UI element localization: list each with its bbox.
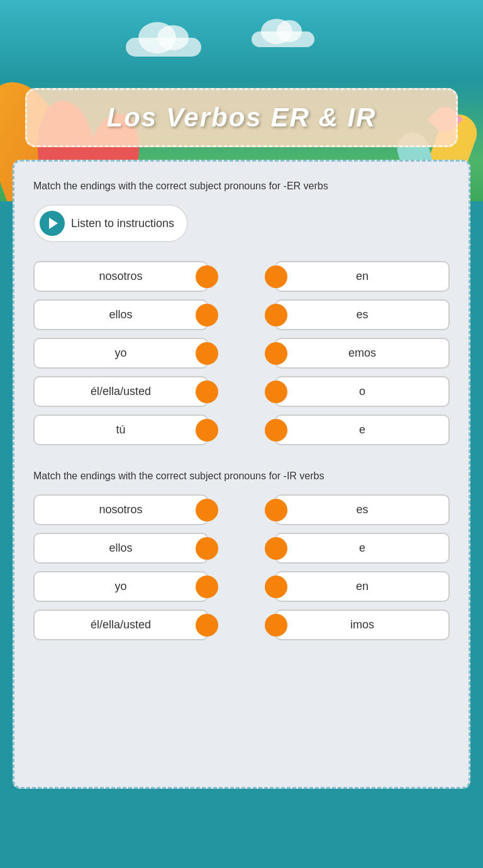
er-right-term-5: e <box>286 423 438 437</box>
ir-left-dot-1[interactable] <box>196 499 218 521</box>
er-right-dot-4[interactable] <box>265 381 287 403</box>
er-right-dot-3[interactable] <box>265 342 287 365</box>
header-card: Los Verbos ER & IR <box>25 88 458 147</box>
er-left-term-3: yo <box>45 347 197 360</box>
ir-right-term-3: en <box>286 580 438 593</box>
er-right-2[interactable]: es <box>275 299 450 330</box>
ir-right-term-1: es <box>286 503 438 516</box>
main-content-card: Match the endings with the correct subje… <box>13 160 470 789</box>
ir-right-term-2: e <box>286 542 438 555</box>
er-right-dot-5[interactable] <box>265 419 287 442</box>
er-left-3[interactable]: yo <box>33 338 208 369</box>
er-left-dot-1[interactable] <box>196 265 218 288</box>
er-match-row-1: nosotros en <box>33 261 450 292</box>
er-match-row-2: ellos es <box>33 299 450 330</box>
ir-matching-section: Match the endings with the correct subje… <box>33 470 450 640</box>
ir-left-term-4: él/ella/usted <box>45 618 197 632</box>
ir-left-dot-4[interactable] <box>196 614 218 637</box>
er-left-term-1: nosotros <box>45 270 197 283</box>
er-right-dot-2[interactable] <box>265 304 287 326</box>
er-matching-section: Match the endings with the correct subje… <box>33 181 450 445</box>
er-right-term-4: o <box>286 385 438 398</box>
ir-left-term-3: yo <box>45 580 197 593</box>
er-match-row-4: él/ella/usted o <box>33 376 450 407</box>
er-left-dot-5[interactable] <box>196 419 218 442</box>
ir-right-2[interactable]: e <box>275 533 450 564</box>
er-match-row-3: yo emos <box>33 338 450 369</box>
ir-left-term-1: nosotros <box>45 503 197 516</box>
er-left-dot-3[interactable] <box>196 342 218 365</box>
cloud-2 <box>252 31 314 47</box>
ir-right-dot-1[interactable] <box>265 499 287 521</box>
ir-match-row-4: él/ella/usted imos <box>33 609 450 640</box>
er-left-dot-4[interactable] <box>196 381 218 403</box>
er-right-term-1: en <box>286 270 438 283</box>
page-title: Los Verbos ER & IR <box>40 103 443 133</box>
listen-label: Listen to instructions <box>71 217 174 230</box>
er-right-4[interactable]: o <box>275 376 450 407</box>
er-left-dot-2[interactable] <box>196 304 218 326</box>
ir-left-2[interactable]: ellos <box>33 533 208 564</box>
er-section-instruction: Match the endings with the correct subje… <box>33 181 450 192</box>
ir-match-row-3: yo en <box>33 571 450 602</box>
listen-button[interactable]: Listen to instructions <box>33 204 188 242</box>
er-left-4[interactable]: él/ella/usted <box>33 376 208 407</box>
ir-right-dot-4[interactable] <box>265 614 287 637</box>
er-left-1[interactable]: nosotros <box>33 261 208 292</box>
ir-match-row-1: nosotros es <box>33 494 450 525</box>
ir-right-dot-3[interactable] <box>265 576 287 598</box>
ir-left-term-2: ellos <box>45 542 197 555</box>
play-icon <box>40 211 65 236</box>
ir-right-1[interactable]: es <box>275 494 450 525</box>
er-left-term-5: tú <box>45 423 197 437</box>
ir-section-instruction: Match the endings with the correct subje… <box>33 470 450 482</box>
er-right-term-3: emos <box>286 347 438 360</box>
er-right-5[interactable]: e <box>275 415 450 445</box>
cloud-1 <box>126 38 201 57</box>
ir-left-4[interactable]: él/ella/usted <box>33 609 208 640</box>
ir-right-4[interactable]: imos <box>275 609 450 640</box>
er-right-1[interactable]: en <box>275 261 450 292</box>
ir-right-term-4: imos <box>286 618 438 632</box>
ir-right-3[interactable]: en <box>275 571 450 602</box>
er-left-5[interactable]: tú <box>33 415 208 445</box>
er-left-term-2: ellos <box>45 308 197 321</box>
ir-left-dot-3[interactable] <box>196 576 218 598</box>
er-right-term-2: es <box>286 308 438 321</box>
er-left-2[interactable]: ellos <box>33 299 208 330</box>
ir-left-3[interactable]: yo <box>33 571 208 602</box>
ir-left-dot-2[interactable] <box>196 537 218 560</box>
ir-match-row-2: ellos e <box>33 533 450 564</box>
er-right-dot-1[interactable] <box>265 265 287 288</box>
er-match-row-5: tú e <box>33 415 450 445</box>
ir-right-dot-2[interactable] <box>265 537 287 560</box>
er-left-term-4: él/ella/usted <box>45 385 197 398</box>
ir-left-1[interactable]: nosotros <box>33 494 208 525</box>
er-right-3[interactable]: emos <box>275 338 450 369</box>
